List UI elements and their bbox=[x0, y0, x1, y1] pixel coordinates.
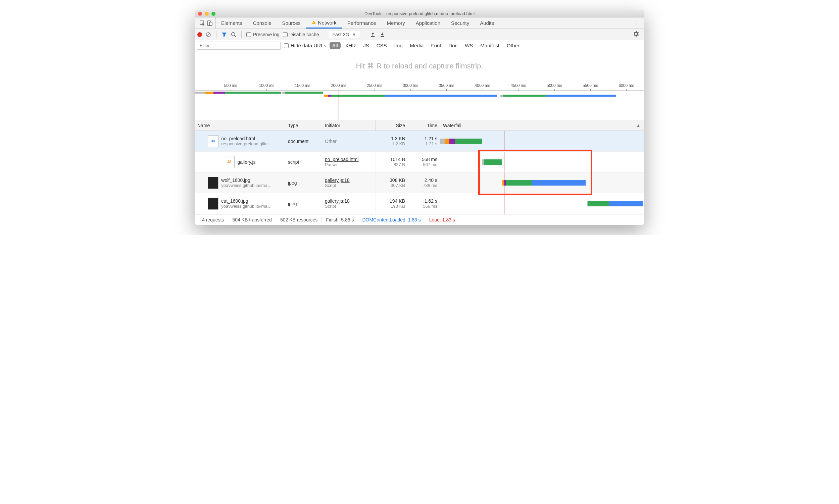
download-har-icon[interactable] bbox=[379, 32, 385, 38]
request-name: wolf_1600.jpg bbox=[221, 178, 271, 183]
preserve-log-checkbox[interactable]: Preserve log bbox=[246, 32, 280, 37]
tab-memory[interactable]: Memory bbox=[381, 17, 410, 29]
search-icon[interactable] bbox=[231, 32, 237, 38]
inspect-icon[interactable] bbox=[199, 20, 206, 26]
window-title: DevTools - responsive-preload.glitch.me/… bbox=[195, 11, 644, 16]
tab-audits[interactable]: Audits bbox=[475, 17, 499, 29]
request-initiator: no_preload.htmlParser bbox=[322, 152, 376, 172]
filter-type-manifest[interactable]: Manifest bbox=[478, 42, 502, 49]
upload-har-icon[interactable] bbox=[370, 32, 376, 38]
request-time-sub: 738 ms bbox=[423, 183, 437, 188]
request-size-sub: 1.2 KB bbox=[392, 141, 405, 146]
svg-line-6 bbox=[207, 33, 210, 36]
tab-sources[interactable]: Sources bbox=[277, 17, 306, 29]
request-time-sub: 567 ms bbox=[423, 162, 437, 167]
filter-type-js[interactable]: JS bbox=[360, 42, 372, 49]
request-time: 568 ms bbox=[422, 157, 437, 162]
request-type: jpeg bbox=[285, 193, 322, 214]
record-button[interactable] bbox=[197, 32, 202, 37]
chevron-down-icon: ▼ bbox=[352, 32, 356, 37]
svg-line-8 bbox=[235, 36, 236, 37]
summary-resources: 502 KB resources bbox=[276, 217, 322, 222]
file-icon bbox=[208, 177, 218, 189]
tab-performance[interactable]: Performance bbox=[342, 17, 381, 29]
request-time-sub: 1.21 s bbox=[426, 141, 437, 146]
initiator-type: Script bbox=[325, 183, 373, 188]
dcl-marker-line bbox=[504, 173, 504, 193]
filter-type-ws[interactable]: WS bbox=[462, 42, 476, 49]
throttling-value: Fast 3G bbox=[333, 32, 350, 37]
settings-gear-icon[interactable] bbox=[630, 31, 642, 38]
request-type: document bbox=[285, 131, 322, 151]
network-toolbar: Preserve log Disable cache Fast 3G ▼ bbox=[195, 29, 644, 40]
request-name: no_preload.html bbox=[221, 136, 271, 141]
waterfall-cell bbox=[440, 131, 644, 151]
request-table-body: <>no_preload.htmlresponsive-preload.glit… bbox=[195, 131, 644, 214]
overview-timeline[interactable]: 500 ms1000 ms1500 ms2000 ms2500 ms3000 m… bbox=[195, 81, 644, 120]
dcl-marker-line bbox=[504, 152, 504, 172]
summary-bar: 4 requests 504 KB transferred 502 KB res… bbox=[195, 214, 644, 225]
table-row[interactable]: <>no_preload.htmlresponsive-preload.glit… bbox=[195, 131, 644, 152]
overview-tick: 1500 ms bbox=[295, 83, 310, 88]
col-header-time[interactable]: Time bbox=[408, 120, 440, 130]
initiator-type: Script bbox=[325, 204, 373, 209]
filter-type-media[interactable]: Media bbox=[407, 42, 427, 49]
filter-icon[interactable] bbox=[221, 32, 227, 38]
table-row[interactable]: wolf_1600.jpgyoavweiss.github.io/ima…jpe… bbox=[195, 173, 644, 193]
disable-cache-checkbox[interactable]: Disable cache bbox=[283, 32, 319, 37]
request-size: 194 KB bbox=[390, 198, 405, 204]
request-time: 1.62 s bbox=[425, 198, 437, 204]
tab-network[interactable]: Network bbox=[306, 17, 342, 29]
filter-bar: Hide data URLs AllXHRJSCSSImgMediaFontDo… bbox=[195, 40, 644, 51]
overview-tick: 6000 ms bbox=[619, 83, 634, 88]
col-header-name[interactable]: Name bbox=[195, 120, 285, 130]
overview-tick: 2500 ms bbox=[367, 83, 382, 88]
svg-point-7 bbox=[232, 33, 235, 36]
filter-type-img[interactable]: Img bbox=[392, 42, 406, 49]
summary-transferred: 504 KB transferred bbox=[228, 217, 276, 222]
tab-security[interactable]: Security bbox=[446, 17, 475, 29]
col-header-initiator[interactable]: Initiator bbox=[322, 120, 376, 130]
request-domain: responsive-preload.glitc… bbox=[221, 141, 271, 146]
throttling-select[interactable]: Fast 3G ▼ bbox=[329, 31, 360, 38]
filter-type-font[interactable]: Font bbox=[428, 42, 444, 49]
close-window-button[interactable] bbox=[198, 12, 202, 16]
filmstrip-hint: Hit ⌘ R to reload and capture filmstrip. bbox=[356, 62, 483, 70]
summary-requests: 4 requests bbox=[198, 217, 228, 222]
summary-finish: Finish: 5.86 s bbox=[322, 217, 358, 222]
kebab-menu-icon[interactable]: ⋮ bbox=[630, 17, 642, 29]
zoom-window-button[interactable] bbox=[211, 12, 215, 16]
col-header-waterfall[interactable]: Waterfall ▲ bbox=[440, 120, 644, 130]
filter-input[interactable] bbox=[197, 42, 281, 50]
filter-type-css[interactable]: CSS bbox=[374, 42, 390, 49]
tab-console[interactable]: Console bbox=[248, 17, 277, 29]
clear-button[interactable] bbox=[206, 32, 211, 38]
request-domain: yoavweiss.github.io/ima… bbox=[221, 183, 271, 188]
request-size-sub: 307 KB bbox=[391, 183, 405, 188]
tab-application[interactable]: Application bbox=[410, 17, 446, 29]
devtools-window: DevTools - responsive-preload.glitch.me/… bbox=[195, 10, 644, 225]
device-toggle-icon[interactable] bbox=[207, 20, 213, 26]
overview-tick: 500 ms bbox=[224, 83, 237, 88]
table-row[interactable]: JSgallery.jsscriptno_preload.htmlParser1… bbox=[195, 152, 644, 173]
request-name: gallery.js bbox=[237, 159, 255, 165]
initiator-link[interactable]: gallery.js:18 bbox=[325, 178, 373, 183]
minimize-window-button[interactable] bbox=[205, 12, 209, 16]
col-header-type[interactable]: Type bbox=[285, 120, 322, 130]
hide-data-urls-checkbox[interactable]: Hide data URLs bbox=[284, 42, 326, 48]
request-size: 1014 B bbox=[390, 157, 405, 162]
file-icon: JS bbox=[224, 156, 235, 168]
initiator-link[interactable]: no_preload.html bbox=[325, 157, 373, 162]
filter-type-xhr[interactable]: XHR bbox=[343, 42, 359, 49]
waterfall-cell bbox=[440, 173, 644, 193]
table-row[interactable]: cat_1600.jpgyoavweiss.github.io/ima…jpeg… bbox=[195, 193, 644, 214]
request-size-sub: 193 KB bbox=[391, 204, 405, 209]
initiator-link[interactable]: gallery.js:18 bbox=[325, 198, 373, 204]
tab-elements[interactable]: Elements bbox=[216, 17, 248, 29]
filter-type-other[interactable]: Other bbox=[504, 42, 522, 49]
filter-type-doc[interactable]: Doc bbox=[446, 42, 460, 49]
dcl-marker-line bbox=[504, 131, 504, 151]
col-header-size[interactable]: Size bbox=[376, 120, 408, 130]
filter-type-all[interactable]: All bbox=[329, 42, 341, 49]
initiator-type: Parser bbox=[325, 162, 373, 167]
